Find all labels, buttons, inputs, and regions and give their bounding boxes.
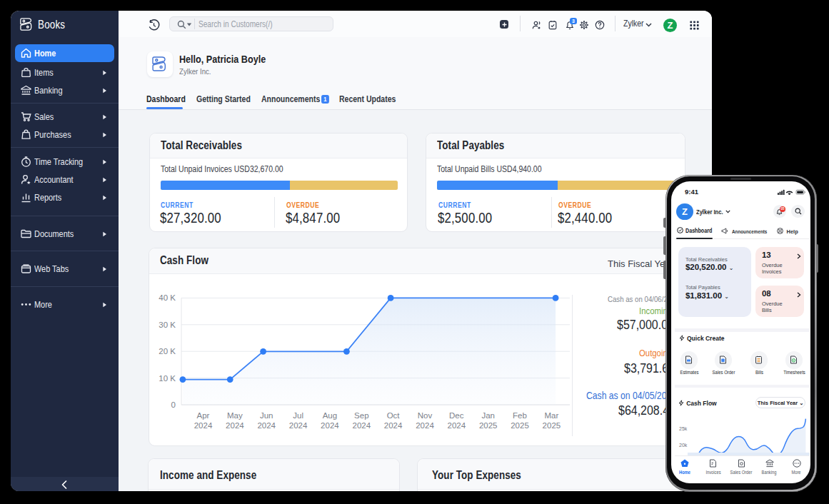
svg-text:Apr: Apr <box>197 411 210 420</box>
svg-text:2025: 2025 <box>511 421 529 430</box>
svg-text:2025: 2025 <box>479 421 498 430</box>
svg-text:Jul: Jul <box>293 411 303 420</box>
svg-text:2024: 2024 <box>384 421 403 430</box>
svg-text:2024: 2024 <box>416 421 434 430</box>
svg-text:Dec: Dec <box>449 411 464 420</box>
svg-text:2024: 2024 <box>353 421 371 430</box>
svg-text:10 K: 10 K <box>159 374 176 383</box>
svg-text:2024: 2024 <box>321 421 339 430</box>
svg-text:2024: 2024 <box>194 421 213 430</box>
svg-text:30 K: 30 K <box>159 321 176 329</box>
svg-text:2025: 2025 <box>543 421 561 430</box>
svg-text:Sep: Sep <box>354 411 368 420</box>
svg-text:May: May <box>227 411 243 420</box>
svg-text:2024: 2024 <box>448 421 466 430</box>
svg-text:Feb: Feb <box>513 411 527 420</box>
svg-text:2024: 2024 <box>226 421 244 430</box>
svg-text:0: 0 <box>171 400 176 409</box>
svg-text:Nov: Nov <box>418 411 433 420</box>
svg-text:Jun: Jun <box>260 411 273 420</box>
svg-text:20 K: 20 K <box>159 347 176 356</box>
svg-text:40 K: 40 K <box>159 293 176 302</box>
svg-text:Jan: Jan <box>481 411 495 420</box>
svg-text:Aug: Aug <box>323 411 337 420</box>
svg-text:2024: 2024 <box>257 421 276 430</box>
svg-text:Mar: Mar <box>544 411 558 420</box>
svg-text:Oct: Oct <box>387 411 401 420</box>
svg-text:2024: 2024 <box>289 421 308 430</box>
